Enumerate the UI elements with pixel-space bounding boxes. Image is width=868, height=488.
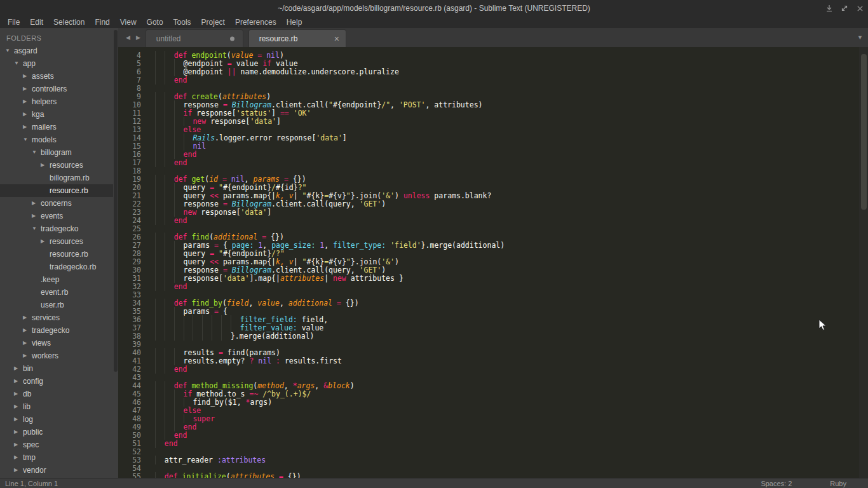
folder-collapsed-icon[interactable]: ▶ [14,388,23,400]
folder-collapsed-icon[interactable]: ▶ [32,210,41,222]
tree-item-resource.rb[interactable]: resource.rb [0,184,113,197]
code-line-17[interactable]: 17 end [118,159,868,167]
tree-item-helpers[interactable]: ▶helpers [0,95,113,108]
tree-item-vendor[interactable]: ▶vendor [0,464,113,477]
folder-collapsed-icon[interactable]: ▶ [14,375,23,388]
tree-item-resources[interactable]: ▶resources [0,159,113,172]
tab-overflow-icon[interactable]: ▼ [857,28,863,47]
code-line-53[interactable]: 53 attr_reader :attributes [118,456,868,464]
folder-collapsed-icon[interactable]: ▶ [23,108,32,121]
editor[interactable]: 4 def endpoint(value = nil)5 @endpoint =… [118,47,868,478]
menu-item-view[interactable]: View [115,17,142,28]
code-line-6[interactable]: 6 @endpoint || name.demodulize.underscor… [118,68,868,76]
code-line-38[interactable]: 38 }.merge(additional) [118,332,868,341]
menu-item-selection[interactable]: Selection [48,17,90,28]
tree-item-assets[interactable]: ▶assets [0,70,113,83]
tab-close-icon[interactable]: × [334,34,339,43]
code-line-16[interactable]: 16 end [118,151,868,159]
menu-item-help[interactable]: Help [281,17,308,28]
menu-item-goto[interactable]: Goto [142,17,168,28]
folder-collapsed-icon[interactable]: ▶ [14,413,23,426]
tree-item-event.rb[interactable]: event.rb [0,286,113,299]
tree-item-resource.rb[interactable]: resource.rb [0,248,113,261]
code-line-48[interactable]: 48 super [118,415,868,423]
folder-collapsed-icon[interactable]: ▶ [32,197,41,210]
menu-item-find[interactable]: Find [90,17,114,28]
line-number[interactable]: 55 [118,473,141,478]
code-line-55[interactable]: 55 def initialize(attributes = {}) [118,473,868,478]
tree-item-tmp[interactable]: ▶tmp [0,451,113,464]
code-line-41[interactable]: 41 results.empty? ? nil : results.first [118,357,868,365]
folder-collapsed-icon[interactable]: ▶ [14,438,23,451]
code-line-15[interactable]: 15 nil [118,142,868,151]
maximize-icon[interactable] [840,4,849,13]
folder-collapsed-icon[interactable]: ▶ [14,362,23,375]
tree-item-concerns[interactable]: ▶concerns [0,197,113,210]
folder-collapsed-icon[interactable]: ▶ [41,235,50,248]
tree-item-app[interactable]: ▼app [0,57,113,70]
folder-expanded-icon[interactable]: ▼ [23,133,32,146]
tree-item-models[interactable]: ▼models [0,133,113,146]
folder-expanded-icon[interactable]: ▼ [14,57,23,70]
unsaved-dot-icon[interactable] [230,36,234,41]
folder-collapsed-icon[interactable]: ▶ [23,337,32,349]
editor-scrollbar-track[interactable] [859,47,868,478]
code-line-32[interactable]: 32 end [118,283,868,291]
menu-item-preferences[interactable]: Preferences [230,17,281,28]
menu-item-edit[interactable]: Edit [25,17,48,28]
code-line-24[interactable]: 24 end [118,217,868,225]
tree-item-tradegecko[interactable]: ▼tradegecko [0,222,113,235]
tree-item-controllers[interactable]: ▶controllers [0,83,113,95]
tree-item-asgard[interactable]: ▼asgard [0,44,113,57]
tree-item-billogram[interactable]: ▼billogram [0,146,113,159]
tab-resource.rb[interactable]: resource.rb× [248,29,346,47]
code-line-49[interactable]: 49 end [118,423,868,431]
folder-collapsed-icon[interactable]: ▶ [23,349,32,362]
tree-item-tradegecko.rb[interactable]: tradegecko.rb [0,261,113,273]
tree-item-services[interactable]: ▶services [0,311,113,324]
folder-collapsed-icon[interactable]: ▶ [23,83,32,95]
folder-collapsed-icon[interactable]: ▶ [23,95,32,108]
tree-item-spec[interactable]: ▶spec [0,438,113,451]
tree-item-user.rb[interactable]: user.rb [0,299,113,311]
minimize-icon[interactable] [825,4,834,13]
tree-item-mailers[interactable]: ▶mailers [0,121,113,133]
tree-item-events[interactable]: ▶events [0,210,113,222]
code-line-42[interactable]: 42 end [118,365,868,374]
code-line-23[interactable]: 23 new response['data'] [118,208,868,217]
tab-scroll-left-icon[interactable]: ◀ [126,34,130,41]
folder-collapsed-icon[interactable]: ▶ [23,311,32,324]
tree-item-.keep[interactable]: .keep [0,273,113,286]
code-line-7[interactable]: 7 end [118,76,868,85]
folder-collapsed-icon[interactable]: ▶ [23,70,32,83]
tree-item-log[interactable]: ▶log [0,413,113,426]
code-line-46[interactable]: 46 find_by($1, *args) [118,398,868,407]
tree-item-views[interactable]: ▶views [0,337,113,349]
folder-collapsed-icon[interactable]: ▶ [23,324,32,337]
tab-untitled[interactable]: untitled [146,29,243,47]
code-line-12[interactable]: 12 new response['data'] [118,118,868,126]
tree-item-billogram.rb[interactable]: billogram.rb [0,172,113,184]
editor-scrollbar-thumb[interactable] [861,54,867,210]
folder-collapsed-icon[interactable]: ▶ [23,121,32,133]
tree-item-db[interactable]: ▶db [0,388,113,400]
tree-item-lib[interactable]: ▶lib [0,400,113,413]
menu-item-tools[interactable]: Tools [168,17,196,28]
folder-collapsed-icon[interactable]: ▶ [14,400,23,413]
code-line-47[interactable]: 47 else [118,407,868,415]
tab-scroll-right-icon[interactable]: ▶ [136,34,140,41]
indent-setting[interactable]: Spaces: 2 [761,480,792,487]
folder-collapsed-icon[interactable]: ▶ [41,159,50,172]
tree-item-resources[interactable]: ▶resources [0,235,113,248]
menu-item-file[interactable]: File [3,17,25,28]
folder-expanded-icon[interactable]: ▼ [5,44,14,57]
folder-collapsed-icon[interactable]: ▶ [14,451,23,464]
tree-item-public[interactable]: ▶public [0,426,113,438]
syntax-setting[interactable]: Ruby [830,480,846,487]
folder-collapsed-icon[interactable]: ▶ [14,426,23,438]
folder-collapsed-icon[interactable]: ▶ [14,464,23,477]
code-line-31[interactable]: 31 response['data'].map{|attributes| new… [118,274,868,283]
folder-expanded-icon[interactable]: ▼ [32,222,41,235]
tree-item-workers[interactable]: ▶workers [0,349,113,362]
code-line-14[interactable]: 14 Rails.logger.error response['data'] [118,134,868,142]
